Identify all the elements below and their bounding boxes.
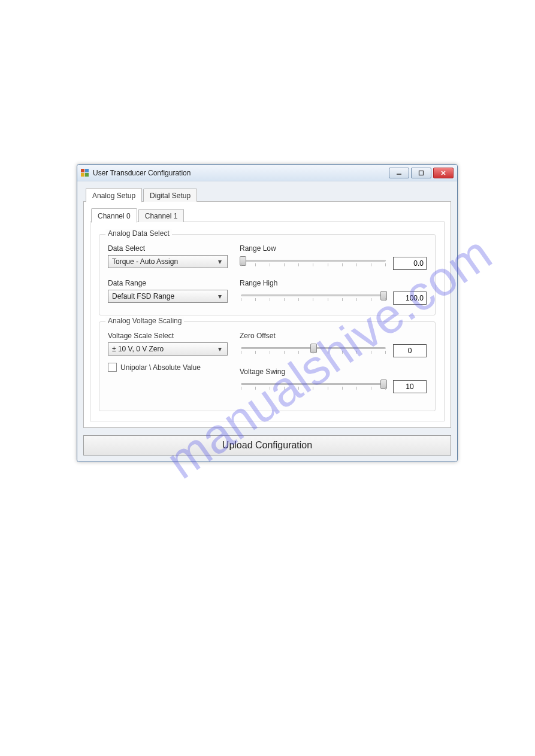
titlebar[interactable]: User Transducer Configuration <box>77 165 457 181</box>
combo-data-select-value: Torque - Auto Assign <box>112 257 178 266</box>
tab-channel-0[interactable]: Channel 0 <box>91 208 137 223</box>
group-legend: Analog Data Select <box>105 229 172 238</box>
tabstrip-top: Analog Setup Digital Setup <box>83 187 451 202</box>
combo-data-range-value: Default FSD Range <box>112 292 174 300</box>
slider-zero-offset[interactable] <box>240 342 387 359</box>
label-zero-offset: Zero Offset <box>240 332 427 340</box>
close-button[interactable] <box>433 168 454 178</box>
maximize-button[interactable] <box>411 168 431 178</box>
tabpanel-analog-setup: Channel 0 Channel 1 Analog Data Select D… <box>83 201 451 428</box>
input-voltage-swing[interactable] <box>393 380 427 393</box>
svg-rect-2 <box>81 173 84 177</box>
group-analog-data-select: Analog Data Select Data Select Torque - … <box>99 234 436 315</box>
tab-channel-1[interactable]: Channel 1 <box>138 209 185 222</box>
tabpanel-channel-0: Analog Data Select Data Select Torque - … <box>90 221 445 421</box>
group-analog-voltage-scaling: Analog Voltage Scaling Voltage Scale Sel… <box>99 321 436 411</box>
combo-voltage-scale-value: ± 10 V, 0 V Zero <box>112 345 164 353</box>
app-icon <box>81 169 89 177</box>
tabstrip-channel: Channel 0 Channel 1 <box>90 208 445 222</box>
svg-rect-3 <box>85 173 89 177</box>
label-voltage-swing: Voltage Swing <box>240 368 427 376</box>
svg-rect-1 <box>85 169 89 172</box>
tab-digital-setup[interactable]: Digital Setup <box>143 189 197 202</box>
combo-voltage-scale-select[interactable]: ± 10 V, 0 V Zero ▾ <box>108 342 228 356</box>
dialog-window: User Transducer Configuration Analog Set… <box>77 164 458 462</box>
chevron-down-icon: ▾ <box>215 292 225 300</box>
window-title: User Transducer Configuration <box>93 169 389 177</box>
input-range-low[interactable] <box>393 257 427 270</box>
group-legend: Analog Voltage Scaling <box>105 317 184 325</box>
input-zero-offset[interactable] <box>393 344 427 357</box>
svg-rect-0 <box>81 169 84 172</box>
slider-range-high[interactable] <box>240 290 387 306</box>
label-range-high: Range High <box>240 279 427 287</box>
combo-data-select[interactable]: Torque - Auto Assign ▾ <box>108 255 228 268</box>
label-unipolar: Unipolar \ Absolute Value <box>120 363 201 372</box>
checkbox-unipolar[interactable] <box>108 363 117 372</box>
slider-voltage-swing[interactable] <box>240 378 387 395</box>
client-area: Analog Setup Digital Setup Channel 0 Cha… <box>77 181 457 462</box>
svg-rect-5 <box>419 171 424 175</box>
chevron-down-icon: ▾ <box>215 345 225 353</box>
input-range-high[interactable] <box>393 292 427 305</box>
chevron-down-icon: ▾ <box>215 257 225 266</box>
label-range-low: Range Low <box>240 244 427 253</box>
label-data-select: Data Select <box>108 244 228 253</box>
upload-configuration-button[interactable]: Upload Configuration <box>83 435 451 456</box>
tab-analog-setup[interactable]: Analog Setup <box>86 188 142 202</box>
combo-data-range[interactable]: Default FSD Range ▾ <box>108 290 228 303</box>
slider-range-low[interactable] <box>240 255 387 272</box>
label-voltage-scale-select: Voltage Scale Select <box>108 332 228 340</box>
label-data-range: Data Range <box>108 279 228 287</box>
minimize-button[interactable] <box>389 168 409 178</box>
